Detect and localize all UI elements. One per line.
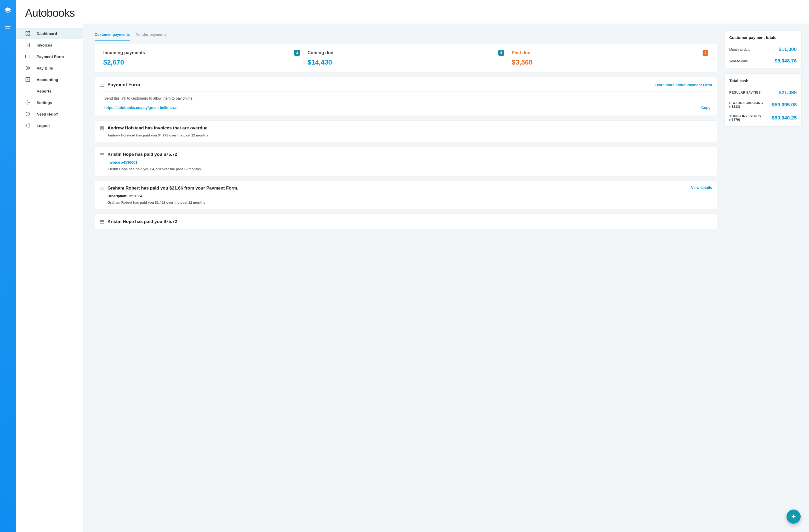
totals-ytd-label: Year-to-date [729, 59, 748, 63]
summary-incoming-amount: $2,670 [103, 58, 300, 66]
totals-row-ytd: Year-to-date $5,048.76 [729, 58, 797, 64]
reports-icon [25, 88, 30, 93]
svg-rect-5 [25, 55, 30, 58]
app-rail [0, 0, 16, 532]
activity-description: Description: Test1234 [107, 194, 239, 198]
card-icon [100, 220, 104, 224]
activity-desc-value: Test1234 [128, 194, 142, 198]
copy-link-button[interactable]: Copy [701, 106, 710, 110]
nav-item-accounting[interactable]: Accounting [16, 74, 83, 85]
cash-account-value: $90,040.25 [772, 115, 797, 121]
payment-form-card: Payment Form Learn more about Payment Fo… [94, 77, 717, 116]
payment-tabs: Customer payments Vendor payments [94, 30, 717, 40]
nav-label: Need Help? [37, 112, 58, 116]
add-fab-button[interactable]: + [787, 510, 801, 524]
invoices-icon [25, 42, 30, 48]
svg-rect-1 [28, 32, 30, 33]
svg-rect-10 [100, 84, 104, 87]
cash-row-2: YOUNG INVESTORS (*7879) $90,040.25 [729, 114, 797, 122]
nav-item-invoices[interactable]: Invoices [16, 39, 83, 51]
summary-past-due-label: Past due [512, 50, 530, 55]
chart-icon [25, 77, 30, 82]
activity-title: Graham Robert has paid you $21.66 from y… [107, 186, 239, 191]
nav-label: Logout [37, 123, 50, 128]
nav-label: Pay Bills [37, 66, 53, 70]
payment-form-desc: Send this link to customers to allow the… [104, 96, 710, 100]
dollar-circle-icon [25, 65, 30, 71]
hamburger-menu-icon[interactable] [5, 23, 11, 31]
nav-item-settings[interactable]: Settings [16, 97, 83, 108]
nav-label: Settings [37, 100, 52, 105]
activity-subtext: Graham Robert has paid you $1,452 over t… [107, 201, 239, 204]
cash-account-value: $59,695.08 [772, 102, 797, 108]
help-icon [25, 111, 30, 117]
payment-form-url[interactable]: https://autobooks.co/pay/green-belle-law… [104, 106, 177, 110]
totals-row-mtd: Month-to-date $11,000 [729, 47, 797, 52]
summary-past-due-amount: $3,560 [512, 58, 708, 66]
svg-rect-14 [100, 221, 104, 224]
nav-label: Dashboard [37, 31, 57, 36]
nav-list: Dashboard Invoices Payment Form Pay Bill… [16, 28, 83, 131]
payment-form-learn-link[interactable]: Learn more about Payment Form [655, 83, 712, 87]
plus-icon: + [791, 512, 796, 521]
nav-item-logout[interactable]: Logout [16, 120, 83, 131]
card-icon [100, 186, 104, 191]
sidebar: Autobooks Dashboard Invoices Payment For… [16, 0, 83, 532]
activity-desc-label: Description: [107, 194, 127, 198]
nav-item-pay-bills[interactable]: Pay Bills [16, 62, 83, 74]
brand-title: Autobooks [16, 7, 83, 28]
logout-icon [25, 123, 30, 128]
activity-card-payment-2[interactable]: Graham Robert has paid you $21.66 from y… [94, 181, 717, 209]
card-icon [100, 83, 104, 88]
activity-card-payment-1[interactable]: Kristin Hope has paid you $75.72 Invoice… [94, 147, 717, 176]
activity-card-overdue[interactable]: Andrew Holstead has invoices that are ov… [94, 121, 717, 142]
tab-vendor-payments[interactable]: Vendor payments [136, 30, 167, 40]
card-icon [100, 152, 104, 157]
nav-label: Payment Form [37, 54, 64, 59]
svg-rect-2 [26, 34, 28, 36]
total-cash-card: Total cash REGULAR SAVINGS $21,098 E-WAR… [724, 73, 802, 126]
summary-coming-due[interactable]: Coming due 5 $14,430 [304, 49, 508, 67]
payment-form-title: Payment Form [107, 82, 140, 88]
totals-mtd-label: Month-to-date [729, 48, 751, 52]
tab-customer-payments[interactable]: Customer payments [94, 30, 130, 40]
activity-subtext: Kristin Hope has paid you $4,778 over th… [107, 167, 201, 171]
activity-card-payment-3[interactable]: Kristin Hope has paid you $75.72 [94, 214, 717, 229]
nav-label: Invoices [37, 43, 52, 47]
summary-past-due-badge: 3 [703, 50, 708, 56]
view-details-link[interactable]: View details [691, 186, 712, 190]
customer-totals-card: Customer payment totals Month-to-date $1… [724, 30, 802, 69]
nav-item-dashboard[interactable]: Dashboard [16, 28, 83, 39]
cash-account-label: REGULAR SAVINGS [729, 91, 761, 95]
cash-account-label: YOUNG INVESTORS (*7879) [729, 114, 772, 122]
activity-title: Kristin Hope has paid you $75.72 [107, 152, 201, 157]
summary-coming-due-badge: 5 [498, 50, 504, 56]
summary-coming-due-label: Coming due [308, 50, 333, 55]
svg-rect-13 [100, 187, 104, 190]
svg-rect-0 [26, 32, 28, 33]
cash-row-1: E-WARDS CHECKING (*1213) $59,695.08 [729, 101, 797, 108]
summary-incoming[interactable]: Incoming payments 3 $2,670 [100, 49, 304, 67]
nav-item-payment-form[interactable]: Payment Form [16, 51, 83, 62]
list-icon [100, 126, 104, 131]
totals-ytd-value: $5,048.76 [774, 58, 797, 64]
svg-rect-3 [28, 34, 30, 36]
summary-card: Incoming payments 3 $2,670 Coming due 5 … [94, 44, 717, 72]
app-logo-icon [4, 6, 12, 14]
activity-title: Andrew Holstead has invoices that are ov… [107, 125, 208, 131]
cash-account-value: $21,098 [779, 90, 797, 96]
nav-item-help[interactable]: Need Help? [16, 108, 83, 120]
activity-subtext: Andrew Holstead has paid you $4,778 over… [107, 133, 208, 137]
card-icon [25, 54, 30, 59]
invoice-link[interactable]: Invoice #4536001 [107, 160, 137, 165]
svg-point-8 [27, 102, 29, 103]
nav-item-reports[interactable]: Reports [16, 85, 83, 97]
summary-incoming-badge: 3 [294, 50, 300, 56]
totals-mtd-value: $11,000 [779, 47, 797, 52]
total-cash-title: Total cash [729, 79, 797, 83]
summary-coming-due-amount: $14,430 [308, 58, 504, 66]
cash-account-label: E-WARDS CHECKING (*1213) [729, 101, 772, 108]
main-content: Customer payments Vendor payments Incomi… [83, 23, 809, 532]
activity-title: Kristin Hope has paid you $75.72 [107, 219, 177, 224]
summary-past-due[interactable]: Past due 3 $3,560 [508, 49, 712, 67]
